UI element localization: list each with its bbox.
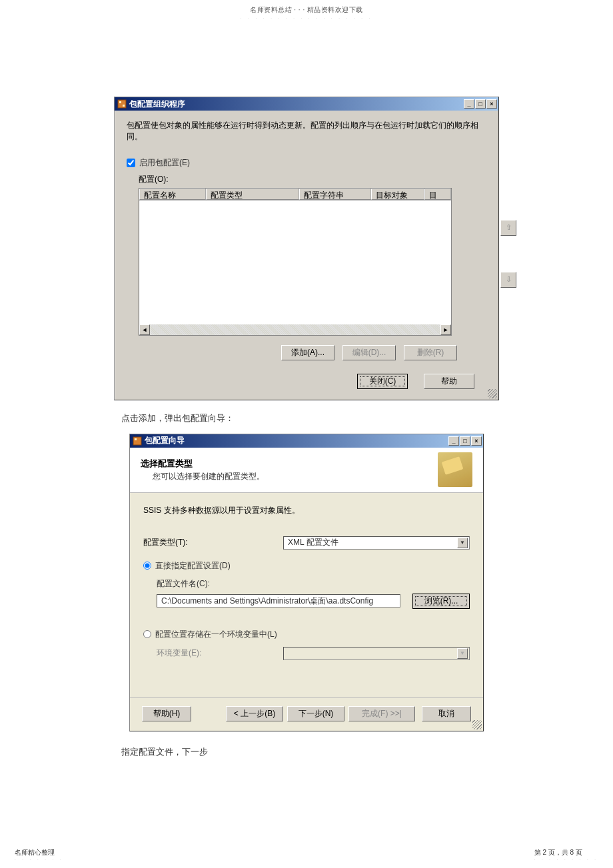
svg-rect-3	[133, 437, 141, 445]
window-controls: _ □ ×	[448, 436, 482, 446]
config-file-value: C:\Documents and Settings\Administrator\…	[161, 596, 373, 607]
move-down-button[interactable]: ⇩	[500, 272, 516, 288]
direct-config-label: 直接指定配置设置(D)	[155, 560, 231, 572]
scroll-track[interactable]	[150, 324, 440, 335]
next-button[interactable]: 下一步(N)	[287, 706, 344, 721]
move-up-button[interactable]: ⇧	[500, 220, 516, 236]
col-target-prop[interactable]: 目	[424, 189, 451, 200]
back-button[interactable]: < 上一步(B)	[226, 706, 283, 721]
note-after-dialog1: 点击添加，弹出包配置向导：	[121, 412, 613, 424]
enable-package-config-checkbox[interactable]	[127, 159, 135, 167]
direct-config-radio[interactable]	[143, 562, 151, 570]
dialog-description: 包配置使包对象的属性能够在运行时得到动态更新。配置的列出顺序与在包运行时加载它们…	[127, 120, 486, 143]
close-button[interactable]: ×	[471, 436, 482, 446]
package-config-organizer-dialog: 包配置组织程序 _ □ × 包配置使包对象的属性能够在运行时得到动态更新。配置的…	[114, 97, 499, 400]
app-icon	[133, 436, 142, 446]
minimize-button[interactable]: _	[464, 99, 474, 109]
help-button[interactable]: 帮助(H)	[142, 706, 191, 721]
minimize-button[interactable]: _	[448, 436, 459, 446]
env-var-radio-label: 配置位置存储在一个环境变量中(L)	[155, 629, 277, 640]
app-icon	[117, 99, 127, 109]
resize-grip-icon[interactable]	[488, 389, 497, 398]
svg-rect-1	[119, 101, 121, 103]
listview-header: 配置名称 配置类型 配置字符串 目标对象 目	[139, 189, 451, 201]
delete-button[interactable]: 删除(R)	[404, 345, 457, 360]
config-list-label: 配置(O):	[139, 174, 486, 185]
env-var-dropdown: ▼	[283, 647, 470, 660]
help-button[interactable]: 帮助	[424, 374, 474, 389]
titlebar: 包配置向导 _ □ ×	[130, 434, 483, 448]
enable-package-config-label: 启用包配置(E)	[139, 157, 190, 169]
finish-button[interactable]: 完成(F) >>|	[348, 706, 415, 721]
wizard-header-icon	[438, 452, 472, 487]
svg-rect-0	[118, 100, 126, 108]
header-text: 名师资料总结 · · · 精品资料欢迎下载	[0, 5, 613, 15]
edit-button[interactable]: 编辑(D)...	[342, 345, 396, 360]
add-button[interactable]: 添加(A)...	[281, 345, 334, 360]
maximize-button[interactable]: □	[460, 436, 470, 446]
window-title: 包配置向导	[145, 435, 448, 446]
scroll-left-icon[interactable]: ◄	[139, 324, 150, 335]
titlebar: 包配置组织程序 _ □ ×	[115, 97, 498, 111]
wizard-header-title: 选择配置类型	[141, 458, 438, 470]
wizard-description: SSIS 支持多种数据源以用于设置对象属性。	[143, 505, 470, 516]
note-after-dialog2: 指定配置文件，下一步	[121, 746, 613, 758]
resize-grip-icon[interactable]	[472, 720, 482, 729]
config-type-label: 配置类型(T):	[143, 537, 283, 548]
config-file-input[interactable]: C:\Documents and Settings\Administrator\…	[157, 594, 400, 608]
col-config-type[interactable]: 配置类型	[206, 189, 299, 200]
env-var-label: 环境变量(E):	[157, 648, 283, 659]
window-controls: _ □ ×	[464, 99, 497, 109]
chevron-down-icon[interactable]: ▼	[457, 538, 468, 548]
wizard-header-subtitle: 您可以选择要创建的配置类型。	[153, 471, 438, 482]
col-config-name[interactable]: 配置名称	[139, 189, 206, 200]
close-dialog-button[interactable]: 关闭(C)	[357, 374, 408, 389]
col-config-string[interactable]: 配置字符串	[299, 189, 371, 200]
col-target-object[interactable]: 目标对象	[371, 189, 424, 200]
browse-button[interactable]: 浏览(R)...	[412, 594, 470, 609]
svg-rect-2	[123, 105, 125, 107]
window-title: 包配置组织程序	[129, 99, 464, 110]
horizontal-scrollbar[interactable]: ◄ ►	[139, 324, 451, 335]
wizard-header: 选择配置类型 您可以选择要创建的配置类型。	[130, 448, 483, 493]
config-file-label: 配置文件名(C):	[157, 578, 470, 590]
header-dots: · · · · · · · · · · · · · · · · · ·	[0, 16, 613, 20]
wizard-footer: 帮助(H) < 上一步(B) 下一步(N) 完成(F) >>| 取消	[130, 697, 483, 731]
cancel-button[interactable]: 取消	[422, 706, 471, 721]
config-listview[interactable]: 配置名称 配置类型 配置字符串 目标对象 目 ◄ ►	[139, 188, 452, 336]
config-type-dropdown[interactable]: XML 配置文件 ▼	[283, 536, 470, 550]
package-config-wizard-dialog: 包配置向导 _ □ × 选择配置类型 您可以选择要创建的配置类型。 SSIS 支…	[129, 434, 484, 731]
env-var-radio[interactable]	[143, 630, 151, 638]
page-header: 名师资料总结 · · · 精品资料欢迎下载 · · · · · · · · · …	[0, 0, 613, 20]
close-button[interactable]: ×	[486, 99, 497, 109]
scroll-right-icon[interactable]: ►	[440, 324, 451, 335]
config-type-value: XML 配置文件	[288, 537, 338, 548]
footer-left: 名师精心整理 · · · · · · ·	[15, 848, 64, 861]
maximize-button[interactable]: □	[475, 99, 486, 109]
chevron-down-icon: ▼	[457, 648, 468, 659]
footer-right: 第 2 页，共 8 页 · · · · · · · · ·	[534, 848, 598, 861]
svg-rect-4	[135, 438, 137, 440]
